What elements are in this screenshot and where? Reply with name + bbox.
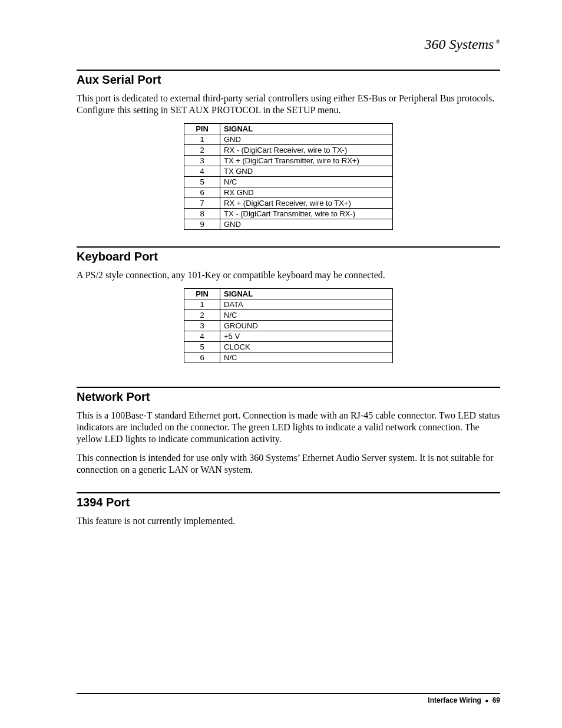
section-keyboard-port: Keyboard Port A PS/2 style connection, a… <box>77 246 500 363</box>
table-row: 8TX - (DigiCart Transmitter, wire to RX-… <box>184 209 393 219</box>
pin-cell: 2 <box>184 145 220 156</box>
pin-cell: 3 <box>184 156 220 166</box>
keyboard-pin-table: PIN SIGNAL 1DATA 2N/C 3GROUND 4+5 V 5CLO… <box>184 288 393 363</box>
section-paragraph: This is a 100Base-T standard Ethernet po… <box>77 410 500 445</box>
signal-cell: GND <box>220 134 393 145</box>
signal-cell: TX + (DigiCart Transmitter, wire to RX+) <box>220 156 393 166</box>
aux-pin-table: PIN SIGNAL 1GND 2RX - (DigiCart Receiver… <box>184 123 393 230</box>
section-paragraph: This feature is not currently implemente… <box>77 515 500 527</box>
table-row: 1GND <box>184 134 393 145</box>
pin-cell: 4 <box>184 331 220 342</box>
brand-trademark: ® <box>496 39 500 45</box>
pin-cell: 8 <box>184 209 220 219</box>
section-title: Keyboard Port <box>77 250 500 263</box>
signal-cell: CLOCK <box>220 342 393 353</box>
pin-cell: 5 <box>184 342 220 353</box>
signal-cell: TX GND <box>220 166 393 177</box>
section-1394-port: 1394 Port This feature is not currently … <box>77 492 500 527</box>
table-row: 4+5 V <box>184 331 393 342</box>
table-row: 1DATA <box>184 299 393 310</box>
section-title: 1394 Port <box>77 496 500 509</box>
pin-cell: 4 <box>184 166 220 177</box>
signal-cell: N/C <box>220 310 393 321</box>
pin-cell: 1 <box>184 299 220 310</box>
table-row: 5N/C <box>184 177 393 187</box>
signal-cell: DATA <box>220 299 393 310</box>
pin-cell: 1 <box>184 134 220 145</box>
table-row: 5CLOCK <box>184 342 393 353</box>
signal-cell: RX + (DigiCart Receiver, wire to TX+) <box>220 198 393 209</box>
table-row: 3TX + (DigiCart Transmitter, wire to RX+… <box>184 156 393 166</box>
table-row: 3GROUND <box>184 321 393 331</box>
col-header-signal: SIGNAL <box>220 289 393 299</box>
signal-cell: RX GND <box>220 187 393 198</box>
section-title: Aux Serial Port <box>77 73 500 87</box>
signal-cell: GND <box>220 219 393 230</box>
signal-cell: N/C <box>220 353 393 363</box>
pin-cell: 3 <box>184 321 220 331</box>
footer-text: Interface Wiring ● 69 <box>77 696 500 704</box>
table-row: 2N/C <box>184 310 393 321</box>
table-row: 4TX GND <box>184 166 393 177</box>
signal-cell: N/C <box>220 177 393 187</box>
section-rule <box>77 492 500 493</box>
brand-name: 360 Systems <box>424 37 494 52</box>
section-network-port: Network Port This is a 100Base-T standar… <box>77 387 500 476</box>
table-header-row: PIN SIGNAL <box>184 289 393 299</box>
table-row: 7RX + (DigiCart Receiver, wire to TX+) <box>184 198 393 209</box>
section-paragraph: A PS/2 style connection, any 101-Key or … <box>77 269 500 281</box>
table-header-row: PIN SIGNAL <box>184 124 393 134</box>
pin-cell: 2 <box>184 310 220 321</box>
section-rule <box>77 246 500 248</box>
section-paragraph: This connection is intended for use only… <box>77 452 500 476</box>
pin-cell: 6 <box>184 353 220 363</box>
section-title: Network Port <box>77 390 500 404</box>
pin-cell: 7 <box>184 198 220 209</box>
col-header-signal: SIGNAL <box>220 124 393 134</box>
section-paragraph: This port is dedicated to external third… <box>77 93 500 116</box>
signal-cell: RX - (DigiCart Receiver, wire to TX-) <box>220 145 393 156</box>
section-aux-serial-port: Aux Serial Port This port is dedicated t… <box>77 70 500 230</box>
col-header-pin: PIN <box>184 289 220 299</box>
footer-section-name: Interface Wiring <box>428 696 481 704</box>
document-page: 360 Systems® Aux Serial Port This port i… <box>0 0 562 728</box>
signal-cell: GROUND <box>220 321 393 331</box>
footer-rule <box>77 693 500 694</box>
table-row: 6N/C <box>184 353 393 363</box>
page-number: 69 <box>492 696 500 704</box>
table-row: 9GND <box>184 219 393 230</box>
pin-cell: 9 <box>184 219 220 230</box>
signal-cell: +5 V <box>220 331 393 342</box>
signal-cell: TX - (DigiCart Transmitter, wire to RX-) <box>220 209 393 219</box>
bullet-icon: ● <box>485 697 488 704</box>
pin-cell: 6 <box>184 187 220 198</box>
brand-logo: 360 Systems® <box>424 37 500 52</box>
pin-cell: 5 <box>184 177 220 187</box>
section-rule <box>77 387 500 388</box>
page-footer: Interface Wiring ● 69 <box>77 693 500 704</box>
table-row: 6RX GND <box>184 187 393 198</box>
col-header-pin: PIN <box>184 124 220 134</box>
section-rule <box>77 70 500 71</box>
table-row: 2RX - (DigiCart Receiver, wire to TX-) <box>184 145 393 156</box>
